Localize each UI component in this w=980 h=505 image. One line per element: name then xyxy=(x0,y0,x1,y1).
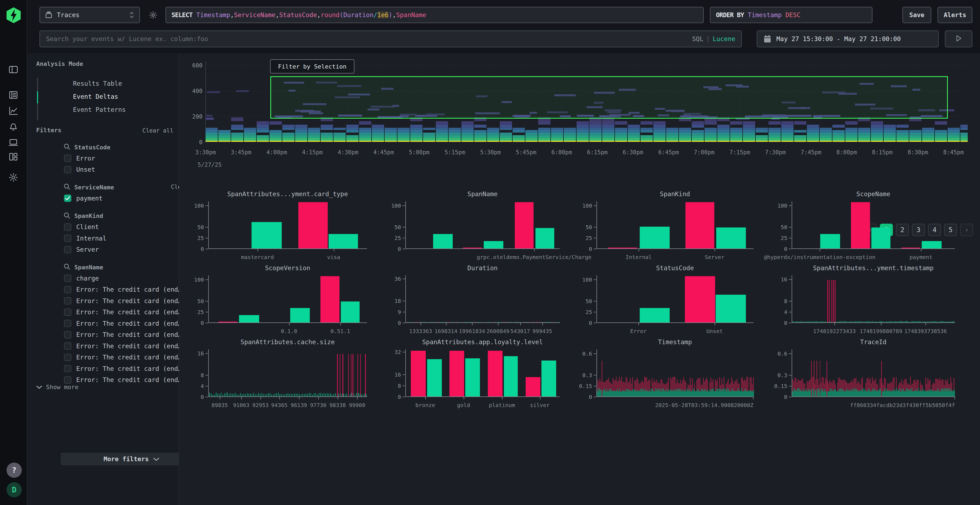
filters-title: Filters xyxy=(36,127,62,133)
checkbox-unchecked[interactable] xyxy=(64,308,71,316)
mini-x-tick: 1748393738536 xyxy=(904,328,947,334)
bar xyxy=(858,321,859,322)
filter-by-selection-button[interactable]: Filter by Selection xyxy=(270,59,355,73)
mini-chart-spanattributes-cache-size[interactable] xyxy=(208,349,367,397)
dashboard-icon[interactable] xyxy=(8,152,18,162)
checkbox-unchecked[interactable] xyxy=(64,246,71,253)
bar xyxy=(460,322,460,322)
bar xyxy=(535,228,555,248)
checkbox-unchecked[interactable] xyxy=(64,166,71,173)
checkbox-unchecked[interactable] xyxy=(64,235,71,242)
checkbox-unchecked[interactable] xyxy=(64,297,71,305)
filter-option[interactable]: Error: The credit card (end… xyxy=(64,376,182,384)
mini-chart-spanname[interactable] xyxy=(405,201,560,249)
bar xyxy=(816,361,817,397)
y-tick-mark xyxy=(789,323,791,323)
bar xyxy=(797,321,798,323)
run-query-button[interactable] xyxy=(945,30,972,48)
filter-option[interactable]: Error xyxy=(64,154,95,162)
bar xyxy=(826,322,826,322)
bell-icon[interactable] xyxy=(8,122,18,132)
filter-option[interactable]: Internal xyxy=(64,235,107,242)
chart-icon[interactable] xyxy=(8,106,18,116)
show-more-link[interactable]: Show more xyxy=(36,384,78,391)
filter-option[interactable]: payment xyxy=(64,195,103,202)
mini-chart-spanattributes-yment-card-type[interactable] xyxy=(208,201,367,249)
language-lucene[interactable]: Lucene xyxy=(713,35,735,43)
checkbox-checked[interactable] xyxy=(64,195,71,202)
mini-chart-scopename[interactable] xyxy=(792,201,955,249)
filter-option[interactable]: Error: The credit card (end… xyxy=(64,342,182,349)
clear-all-filters[interactable]: Clear all xyxy=(142,127,173,134)
bar xyxy=(439,322,440,322)
filter-option[interactable]: Error: The credit card (end… xyxy=(64,354,182,361)
mini-chart-timestamp[interactable] xyxy=(597,349,754,397)
select-query-input[interactable]: SELECT Timestamp,ServiceName,StatusCode,… xyxy=(165,7,704,23)
bar xyxy=(219,394,220,397)
checkbox-unchecked[interactable] xyxy=(64,320,71,327)
logs-icon[interactable] xyxy=(8,90,18,100)
app-logo-icon[interactable] xyxy=(6,7,22,24)
mini-y-tick: 0 xyxy=(182,246,204,252)
user-avatar[interactable]: D xyxy=(6,482,22,497)
language-sql[interactable]: SQL xyxy=(692,35,704,43)
checkbox-unchecked[interactable] xyxy=(64,342,71,349)
bar xyxy=(499,322,499,322)
laptop-icon[interactable] xyxy=(8,137,18,147)
filter-option[interactable]: Client xyxy=(64,223,99,231)
y-tick-mark xyxy=(594,301,596,302)
bar xyxy=(275,394,275,397)
mini-chart-spankind[interactable] xyxy=(597,201,754,249)
checkbox-unchecked[interactable] xyxy=(64,376,71,384)
bar xyxy=(451,322,452,322)
gear-icon[interactable] xyxy=(8,173,18,182)
mini-chart-duration[interactable] xyxy=(405,275,560,323)
filter-option[interactable]: Error: The credit card (end… xyxy=(64,320,182,327)
checkbox-unchecked[interactable] xyxy=(64,365,71,372)
checkbox-unchecked[interactable] xyxy=(64,286,71,293)
chart-selection-region[interactable] xyxy=(270,76,948,119)
y-tick-mark xyxy=(594,353,596,354)
filter-option[interactable]: Error: The credit card (end… xyxy=(64,286,182,293)
filter-option[interactable]: Error: The credit card (end… xyxy=(64,331,182,338)
date-range-picker[interactable]: May 27 15:30:00 - May 27 21:00:00 xyxy=(757,30,939,48)
analysis-mode-item-results-table[interactable]: Results Table xyxy=(73,80,122,87)
bar xyxy=(487,322,487,322)
mini-chart-spanattributes-yment-timestamp[interactable] xyxy=(792,275,955,323)
alerts-button[interactable]: Alerts xyxy=(937,7,972,23)
mini-chart-traceid[interactable] xyxy=(792,349,955,397)
mini-chart-spanattributes-app-loyalty-level[interactable] xyxy=(405,349,560,397)
checkbox-unchecked[interactable] xyxy=(64,275,71,282)
checkbox-unchecked[interactable] xyxy=(64,331,71,338)
filter-option[interactable]: Error: The credit card (end… xyxy=(64,308,182,316)
checkbox-unchecked[interactable] xyxy=(64,354,71,361)
mini-chart-scopeversion[interactable] xyxy=(208,275,367,323)
bar xyxy=(886,321,887,322)
panel-toggle-icon[interactable] xyxy=(8,65,18,74)
analysis-mode-item-event-patterns[interactable]: Event Patterns xyxy=(73,106,126,113)
mini-chart-statuscode[interactable] xyxy=(597,275,754,323)
bar xyxy=(465,358,480,397)
help-button[interactable]: ? xyxy=(6,462,22,478)
search-input[interactable]: Search your events w/ Lucene ex. column:… xyxy=(40,30,742,48)
mini-y-tick: 0 xyxy=(570,320,592,326)
language-toggle[interactable]: SQL | Lucene xyxy=(692,35,735,43)
page-next-button[interactable]: › xyxy=(960,224,973,236)
bar xyxy=(881,361,882,397)
filter-option[interactable]: Error: The credit card (end… xyxy=(64,297,182,305)
checkbox-unchecked[interactable] xyxy=(64,223,71,231)
filter-option[interactable]: Server xyxy=(64,246,99,253)
query-token: Duration xyxy=(343,11,374,19)
bar xyxy=(500,322,501,322)
filter-option[interactable]: charge xyxy=(64,275,99,282)
mini-y-tick: 0 xyxy=(765,320,787,326)
filter-option[interactable]: Error: The credit card (end… xyxy=(64,365,182,372)
source-select[interactable]: Traces xyxy=(40,7,140,23)
order-by-input[interactable]: ORDER BY Timestamp DESC xyxy=(710,7,872,23)
bar xyxy=(507,322,508,322)
source-settings-gear-icon[interactable] xyxy=(149,11,158,20)
save-button[interactable]: Save xyxy=(902,7,931,23)
checkbox-unchecked[interactable] xyxy=(64,154,71,162)
analysis-mode-item-event-deltas[interactable]: Event Deltas xyxy=(73,93,118,100)
filter-option[interactable]: Unset xyxy=(64,166,95,173)
